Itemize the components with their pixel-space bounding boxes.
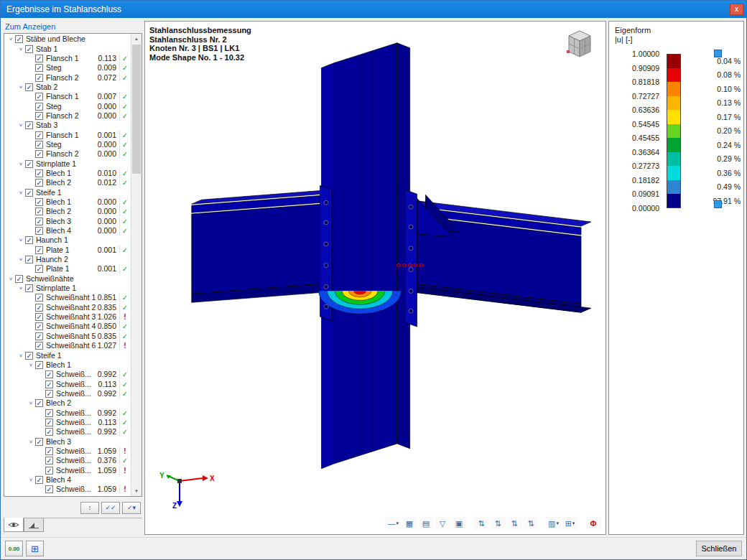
navigation-cube-icon[interactable]	[563, 27, 596, 62]
tree-row[interactable]: ˅ ✓ Blech 4	[5, 475, 130, 485]
result-values-button[interactable]: ▤	[419, 516, 434, 531]
checkbox[interactable]: ✓	[35, 438, 43, 446]
print-graphic-button[interactable]: ▣	[452, 516, 467, 531]
extremes-y-button[interactable]: ⇅	[491, 516, 506, 531]
checkbox[interactable]: ✓	[25, 236, 33, 244]
tree-row[interactable]: ˅ ✓ Blech 4 0.000 ✓	[5, 226, 130, 235]
tree-row[interactable]: ˅ ✓ Blech 1 0.000 ✓	[5, 197, 130, 207]
tree-row[interactable]: ˅ ✓ Stirnplatte 1	[5, 159, 130, 168]
tree-row[interactable]: ˅ ✓ Blech 2 0.000 ✓	[5, 207, 130, 216]
expander-icon[interactable]: ˅	[27, 437, 35, 447]
checkbox[interactable]: ✓	[35, 198, 43, 206]
extremes-z-button[interactable]: ⇅	[507, 516, 522, 531]
viewport-3d[interactable]: StahlanschlussbemessungStahlanschluss Nr…	[144, 21, 606, 535]
collapse-all-button[interactable]: ↕	[80, 502, 99, 514]
checkbox[interactable]: ✓	[35, 64, 43, 72]
checkbox[interactable]: ✓	[35, 294, 43, 302]
tree-row[interactable]: ˅ ✓ Schweiß... 1.059 !	[5, 447, 130, 456]
check-all-results-button[interactable]: ✓✓	[101, 502, 120, 514]
check-filter-button[interactable]: ✓▾	[122, 502, 141, 514]
checkbox[interactable]: ✓	[35, 112, 43, 120]
checkbox[interactable]: ✓	[35, 103, 43, 111]
checkbox[interactable]: ✓	[35, 399, 43, 407]
close-icon[interactable]: x	[730, 4, 743, 15]
tree-row[interactable]: ˅ ✓ Blech 2 0.012 ✓	[5, 178, 130, 187]
expander-icon[interactable]: ˅	[17, 235, 25, 245]
tree-row[interactable]: ˅ ✓ Stab 2	[5, 83, 130, 92]
checkbox[interactable]: ✓	[35, 265, 43, 273]
tree-row[interactable]: ˅ ✓ Schweiß... 0.992 ✓	[5, 370, 130, 379]
result-table-button[interactable]: ▦	[402, 516, 417, 531]
tree-row[interactable]: ˅ ✓ Flansch 1 0.113 ✓	[5, 54, 130, 63]
checkbox[interactable]: ✓	[35, 179, 43, 187]
tree-row[interactable]: ˅ ✓ Schweißnähte	[5, 274, 130, 284]
tree-row[interactable]: ˅ ✓ Stäbe und Bleche	[5, 34, 130, 44]
checkbox[interactable]: ✓	[35, 169, 43, 177]
close-dialog-button[interactable]: Schließen	[696, 541, 742, 556]
tree-row[interactable]: ˅ ✓ Stab 3	[5, 121, 130, 130]
filter-results-button[interactable]: ▽	[435, 516, 450, 531]
checkbox[interactable]: ✓	[25, 160, 33, 168]
tree-row[interactable]: ˅ ✓ Flansch 2 0.000 ✓	[5, 111, 130, 121]
checkbox[interactable]: ✓	[25, 284, 33, 292]
tree-row[interactable]: ˅ ✓ Schweißnaht 3 1.026 !	[5, 312, 130, 322]
tree-row[interactable]: ˅ ✓ Schweiß... 0.113 ✓	[5, 379, 130, 388]
tree-row[interactable]: ˅ ✓ Plate 1 0.001 ✓	[5, 264, 130, 274]
tree-row[interactable]: ˅ ✓ Schweiß... 1.059 !	[5, 465, 130, 475]
tree-row[interactable]: ˅ ✓ Blech 2	[5, 398, 130, 408]
tree-row[interactable]: ˅ ✓ Haunch 1	[5, 235, 130, 245]
checkbox[interactable]: ✓	[45, 370, 53, 378]
checkbox[interactable]: ✓	[45, 428, 53, 436]
checkbox[interactable]: ✓	[35, 141, 43, 149]
checkbox[interactable]: ✓	[35, 476, 43, 484]
phi-deformation-button[interactable]: Φ	[586, 516, 601, 531]
tab-display[interactable]	[4, 518, 24, 532]
checkbox[interactable]: ✓	[45, 447, 53, 455]
tree-row[interactable]: ˅ ✓ Blech 3	[5, 437, 130, 446]
expander-icon[interactable]: ˅	[27, 475, 35, 485]
extremes-x-button[interactable]: ⇅	[474, 516, 489, 531]
extremes-all-button[interactable]: ⇅	[524, 516, 539, 531]
tree-row[interactable]: ˅ ✓ Plate 1 0.001 ✓	[5, 246, 130, 255]
tree-row[interactable]: ˅ ✓ Schweiß... 0.992 ✓	[5, 389, 130, 398]
checkbox[interactable]: ✓	[45, 457, 53, 465]
checkbox[interactable]: ✓	[25, 256, 33, 263]
checkbox[interactable]: ✓	[25, 352, 33, 360]
checkbox[interactable]: ✓	[35, 246, 43, 254]
expander-icon[interactable]: ˅	[6, 274, 15, 284]
decimal-places-button[interactable]: 0.00	[5, 541, 23, 556]
expander-icon[interactable]: ˅	[27, 398, 35, 408]
tree-row[interactable]: ˅ ✓ Schweiß... 0.992 ✓	[5, 427, 130, 437]
tree-row[interactable]: ˅ ✓ Schweiß... 0.113 ✓	[5, 418, 130, 427]
tree-row[interactable]: ˅ ✓ Steife 1	[5, 350, 130, 360]
expander-icon[interactable]: ˅	[17, 255, 25, 264]
legend-handle-bottom[interactable]	[714, 200, 722, 208]
checkbox[interactable]: ✓	[45, 390, 53, 398]
scroll-down-icon[interactable]: ▼	[131, 486, 141, 496]
checkbox[interactable]: ✓	[45, 485, 53, 493]
tree-row[interactable]: ˅ ✓ Schweißnaht 4 0.850 ✓	[5, 322, 130, 331]
tab-welds[interactable]	[24, 518, 44, 532]
tree-row[interactable]: ˅ ✓ Steife 1	[5, 188, 130, 197]
views-dropdown[interactable]: ⊞ ▾	[562, 516, 577, 531]
checkbox[interactable]: ✓	[35, 361, 43, 369]
panels-toggle-button[interactable]: ⊞	[26, 541, 44, 556]
tree-row[interactable]: ˅ ✓ Blech 1	[5, 360, 130, 370]
checkbox[interactable]: ✓	[45, 419, 53, 426]
checkbox[interactable]: ✓	[15, 35, 23, 43]
tree-row[interactable]: ˅ ✓ Schweiß... 0.992 ✓	[5, 408, 130, 417]
checkbox[interactable]: ✓	[25, 121, 33, 129]
tree-row[interactable]: ˅ ✓ Schweiß... 1.059 !	[5, 485, 130, 494]
checkbox[interactable]: ✓	[35, 150, 43, 158]
tree-row[interactable]: ˅ ✓ Steg 0.000 ✓	[5, 140, 130, 149]
tree-row[interactable]: ˅ ✓ Flansch 2 0.072 ✓	[5, 73, 130, 82]
tree-row[interactable]: ˅ ✓ Schweißnaht 2 0.835 ✓	[5, 303, 130, 312]
tree-row[interactable]: ˅ ✓ Stirnplatte 1	[5, 284, 130, 293]
expander-icon[interactable]: ˅	[17, 284, 25, 293]
tree-row[interactable]: ˅ ✓ Blech 1 0.010 ✓	[5, 169, 130, 178]
expander-icon[interactable]: ˅	[6, 34, 15, 44]
tree-row[interactable]: ˅ ✓ Stab 1	[5, 44, 130, 53]
checkbox[interactable]: ✓	[25, 45, 33, 53]
checkbox[interactable]: ✓	[15, 275, 23, 283]
tree-row[interactable]: ˅ ✓ Blech 3 0.000 ✓	[5, 217, 130, 226]
